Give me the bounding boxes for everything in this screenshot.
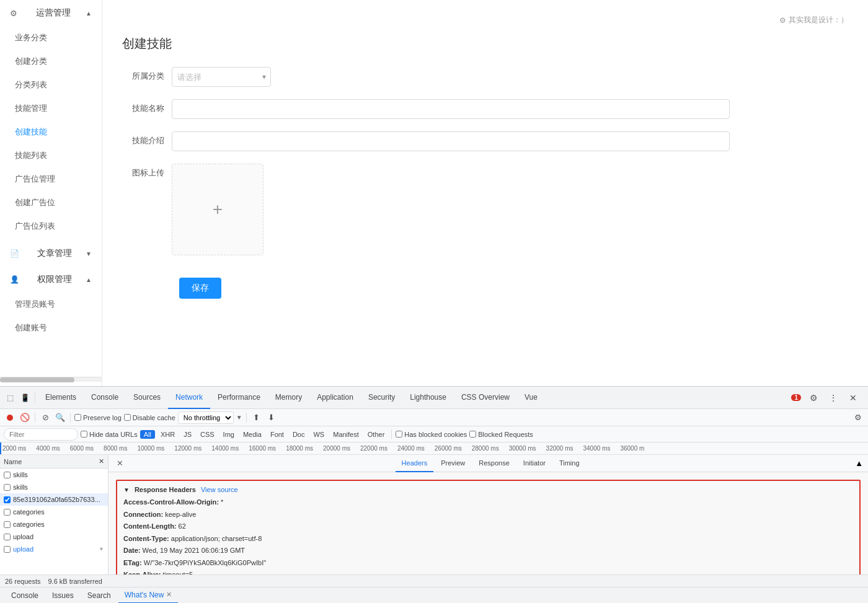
tab-memory[interactable]: Memory [268, 387, 309, 409]
filter-js-btn[interactable]: JS [180, 430, 195, 439]
header-keep-alive: Keep-Alive: timeout=5 [123, 570, 853, 574]
blocked-cookies-checkbox[interactable]: Has blocked cookies [396, 431, 467, 438]
sidebar-item-create-ad[interactable]: 创建广告位 [0, 191, 102, 214]
sidebar-item-category-list[interactable]: 分类列表 [0, 73, 102, 97]
tab-application[interactable]: Application [309, 387, 361, 409]
tab-lighthouse[interactable]: Lighthouse [402, 387, 454, 409]
icon-control: + [172, 164, 730, 255]
detail-tab-response[interactable]: Response [472, 455, 516, 472]
filter-manifest-btn[interactable]: Manifest [330, 430, 362, 439]
tab-css-overview[interactable]: CSS Overview [454, 387, 517, 409]
icon-label: 图标上传 [122, 164, 172, 178]
close-detail-btn[interactable]: ✕ [99, 457, 104, 465]
filter-ws-btn[interactable]: WS [310, 430, 327, 439]
filter-font-btn[interactable]: Font [267, 430, 287, 439]
tab-vue[interactable]: Vue [517, 387, 545, 409]
detail-tab-timing[interactable]: Timing [553, 455, 586, 472]
tab-security[interactable]: Security [361, 387, 402, 409]
filter-icon[interactable]: ⊘ [39, 412, 51, 424]
request-item-categories1[interactable]: categories [0, 506, 108, 518]
close-devtools-icon[interactable]: ✕ [846, 390, 861, 405]
filter-img-btn[interactable]: Img [220, 430, 237, 439]
detail-tab-initiator[interactable]: Initiator [517, 455, 552, 472]
search-icon[interactable]: 🔍 [54, 412, 66, 424]
sidebar-item-create-skill[interactable]: 创建技能 [0, 120, 102, 144]
sidebar-scrollbar[interactable] [0, 377, 102, 382]
bottom-tab-close-icon[interactable]: ✕ [166, 591, 172, 599]
devtools-cursor-icon[interactable]: ⬚ [2, 390, 17, 405]
header-content-type: Content-Type: application/json; charset=… [123, 534, 853, 544]
tab-console[interactable]: Console [84, 387, 126, 409]
header-connection: Connection: keep-alive [123, 509, 853, 520]
category-select[interactable]: 请选择 [172, 67, 271, 87]
sidebar-item-create-account[interactable]: 创建账号 [0, 316, 102, 340]
save-button[interactable]: 保存 [179, 278, 221, 299]
gear-icon-top: ⚙ [779, 16, 786, 25]
disable-cache-checkbox[interactable]: Disable cache [124, 414, 175, 421]
detail-tab-preview[interactable]: Preview [435, 455, 471, 472]
sidebar-item-ad-mgmt[interactable]: 广告位管理 [0, 167, 102, 191]
network-settings-icon[interactable]: ⚙ [852, 412, 864, 424]
separator4 [391, 429, 392, 439]
form-row-name: 技能名称 [122, 99, 848, 119]
bottom-tab-whatsnew[interactable]: What's New ✕ [118, 588, 179, 604]
sidebar-item-skill-mgmt[interactable]: 技能管理 [0, 97, 102, 120]
detail-close-btn[interactable]: ✕ [113, 457, 126, 470]
request-item-categories2[interactable]: categories [0, 518, 108, 530]
sidebar-section-permission[interactable]: 👤 权限管理 ▲ [0, 266, 102, 293]
tab-network[interactable]: Network [168, 387, 210, 409]
desc-input[interactable] [172, 131, 730, 151]
blocked-requests-checkbox[interactable]: Blocked Requests [469, 431, 533, 438]
sidebar-item-create-category[interactable]: 创建分类 [0, 50, 102, 73]
request-item-skills2[interactable]: skills [0, 481, 108, 493]
sidebar-item-business[interactable]: 业务分类 [0, 26, 102, 50]
desc-control [172, 131, 730, 151]
sidebar-section-article[interactable]: 📄 文章管理 ▼ [0, 240, 102, 266]
category-select-wrapper[interactable]: 请选择 [172, 67, 271, 87]
settings-icon[interactable]: ⚙ [806, 390, 821, 405]
tab-elements[interactable]: Elements [38, 387, 84, 409]
request-item-upload1[interactable]: 85e3191062a0fa652b7633... [0, 493, 108, 506]
request-item-upload3[interactable]: upload ▼ [0, 543, 108, 555]
upload-box[interactable]: + [172, 164, 264, 255]
separator1 [35, 413, 35, 423]
filter-doc-btn[interactable]: Doc [290, 430, 308, 439]
section-title-triangle: ▼ [123, 486, 130, 493]
sidebar-item-admin[interactable]: 管理员账号 [0, 293, 102, 316]
bottom-tab-console[interactable]: Console [5, 588, 45, 604]
filter-input[interactable] [4, 428, 78, 441]
hide-data-urls-checkbox[interactable]: Hide data URLs [81, 431, 138, 438]
sidebar-section-operations[interactable]: ⚙ 运营管理 ▲ [0, 0, 102, 26]
sidebar-item-ad-list[interactable]: 广告位列表 [0, 214, 102, 238]
filter-css-btn[interactable]: CSS [197, 430, 218, 439]
request-item-skills1[interactable]: skills [0, 469, 108, 481]
bottom-tab-issues[interactable]: Issues [46, 588, 80, 604]
sidebar-section-label-article: 文章管理 [37, 248, 72, 259]
filter-media-btn[interactable]: Media [240, 430, 265, 439]
requests-count: 26 requests [5, 578, 40, 585]
tab-sources[interactable]: Sources [126, 387, 168, 409]
throttle-select[interactable]: No throttling [178, 412, 234, 424]
separator3 [246, 413, 247, 423]
sidebar-item-skill-list[interactable]: 技能列表 [0, 144, 102, 167]
more-icon[interactable]: ⋮ [826, 390, 841, 405]
filter-xhr-btn[interactable]: XHR [157, 430, 178, 439]
preserve-log-checkbox[interactable]: Preserve log [74, 414, 122, 421]
tab-performance[interactable]: Performance [210, 387, 268, 409]
record-button[interactable] [4, 412, 16, 424]
bottom-tab-search[interactable]: Search [81, 588, 117, 604]
filter-all-btn[interactable]: All [140, 430, 155, 439]
clear-button[interactable]: 🚫 [19, 412, 31, 424]
filter-other-btn[interactable]: Other [365, 430, 388, 439]
view-source-link[interactable]: View source [201, 486, 238, 493]
name-input[interactable] [172, 99, 730, 119]
upload-icon[interactable]: ⬆ [250, 412, 263, 424]
throttle-chevron: ▼ [236, 414, 242, 421]
download-icon[interactable]: ⬇ [265, 412, 278, 424]
request-item-upload2[interactable]: upload [0, 530, 108, 543]
detail-scroll-up[interactable]: ▲ [855, 459, 863, 468]
record-dot [7, 415, 13, 421]
header-access-control: Access-Control-Allow-Origin: * [123, 497, 853, 508]
devtools-phone-icon[interactable]: 📱 [17, 390, 32, 405]
detail-tab-headers[interactable]: Headers [396, 455, 434, 472]
